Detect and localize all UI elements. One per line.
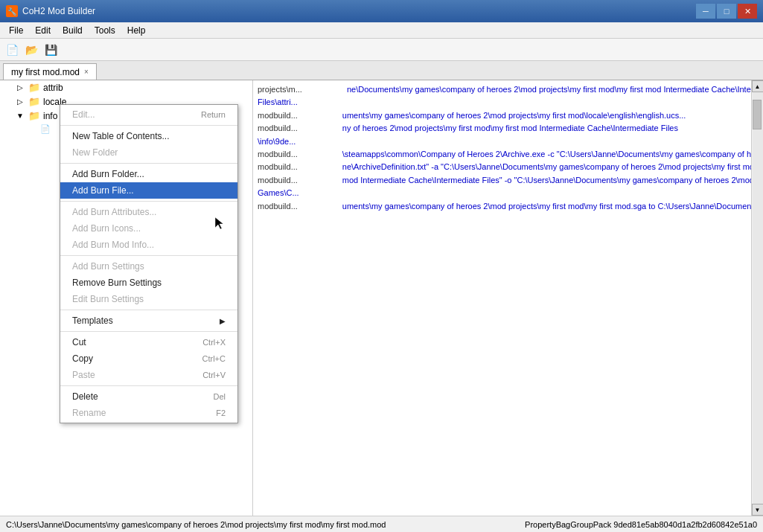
scroll-track[interactable] [753, 92, 763, 504]
tab-bar: my first mod.mod × [0, 61, 763, 80]
tree-label-attrib: attrib [43, 83, 63, 93]
ctx-add-burn-mod-info-label: Add Burn Mod Info... [72, 240, 154, 250]
menu-edit[interactable]: Edit [29, 22, 57, 38]
ctx-rename[interactable]: Rename F2 [60, 405, 237, 421]
status-bar-right: PropertyBagGroupPack 9ded81e5ab8040d1a2f… [525, 520, 757, 529]
ctx-edit-burn-settings[interactable]: Edit Burn Settings [60, 291, 237, 307]
tree-toggle-attrib: ▷ [15, 83, 25, 92]
output-line-7: modbuild...ne\ArchiveDefinition.txt" -a … [256, 161, 748, 173]
ctx-copy[interactable]: Copy Ctrl+C [60, 350, 237, 367]
status-bar: C:\Users\Janne\Documents\my games\compan… [0, 516, 763, 532]
ctx-add-burn-mod-info[interactable]: Add Burn Mod Info... [60, 237, 237, 253]
output-line-2: Files\attri... [256, 96, 748, 109]
maximize-button[interactable]: □ [717, 4, 736, 19]
ctx-paste-label: Paste [72, 370, 95, 380]
output-line-8: modbuild...mod Intermediate Cache\Interm… [256, 174, 748, 187]
tab-mod[interactable]: my first mod.mod × [3, 63, 97, 80]
ctx-edit-burn-settings-label: Edit Burn Settings [72, 294, 144, 304]
scroll-up-button[interactable]: ▲ [752, 80, 764, 92]
title-bar-controls: ─ □ ✕ [696, 4, 757, 19]
scroll-thumb[interactable] [753, 100, 762, 129]
folder-icon-attrib: 📁 [28, 82, 40, 93]
ctx-remove-burn-settings[interactable]: Remove Burn Settings [60, 275, 237, 291]
ctx-edit-shortcut: Return [201, 110, 226, 119]
ctx-sep-4 [60, 255, 237, 256]
output-line-10: modbuild...uments\my games\company of he… [256, 200, 748, 213]
output-line-4: modbuild...ny of heroes 2\mod projects\m… [256, 122, 748, 135]
ctx-add-burn-folder[interactable]: Add Burn Folder... [60, 166, 237, 182]
minimize-button[interactable]: ─ [696, 4, 715, 19]
menu-tools[interactable]: Tools [89, 22, 121, 38]
ctx-copy-shortcut: Ctrl+C [202, 354, 226, 363]
title-bar-left: 🔧 CoH2 Mod Builder [6, 5, 95, 17]
folder-icon-locale: 📁 [28, 96, 40, 107]
ctx-add-burn-folder-label: Add Burn Folder... [72, 169, 144, 179]
output-line-1: projects\m...ne\Documents\my games\compa… [256, 83, 748, 96]
ctx-add-burn-file-label: Add Burn File... [72, 185, 134, 196]
output-line-6: modbuild...\steamapps\common\Company of … [256, 148, 748, 161]
folder-icon-info: 📁 [28, 110, 40, 121]
ctx-sep-7 [60, 385, 237, 386]
ctx-cut-label: Cut [72, 337, 86, 347]
ctx-templates-label: Templates [72, 315, 113, 326]
ctx-cut[interactable]: Cut Ctrl+X [60, 334, 237, 350]
tree-toggle-info: ▼ [15, 112, 25, 120]
ctx-new-folder[interactable]: New Folder [60, 144, 237, 161]
close-button[interactable]: ✕ [738, 4, 757, 19]
ctx-rename-shortcut: F2 [216, 408, 226, 417]
ctx-add-burn-file[interactable]: Add Burn File... [60, 182, 237, 199]
tree-item-attrib[interactable]: ▷ 📁 attrib [0, 80, 252, 94]
ctx-new-toc-label: New Table of Contents... [72, 131, 170, 141]
output-line-3: modbuild...uments\my games\company of he… [256, 109, 748, 122]
ctx-add-burn-settings[interactable]: Add Burn Settings [60, 258, 237, 275]
ctx-delete[interactable]: Delete Del [60, 388, 237, 405]
ctx-add-burn-icons-label: Add Burn Icons... [72, 223, 141, 234]
vertical-scrollbar[interactable]: ▲ ▼ [751, 80, 763, 516]
output-area: projects\m...ne\Documents\my games\compa… [253, 80, 751, 516]
ctx-templates-arrow: ▶ [220, 317, 226, 325]
title-bar: 🔧 CoH2 Mod Builder ─ □ ✕ [0, 0, 763, 22]
open-button[interactable]: 📂 [22, 41, 40, 59]
ctx-add-burn-settings-label: Add Burn Settings [72, 261, 144, 272]
menu-bar: File Edit Build Tools Help [0, 22, 763, 39]
status-bar-left: C:\Users\Janne\Documents\my games\compan… [6, 520, 386, 529]
ctx-edit[interactable]: Edit... Return [60, 106, 237, 123]
ctx-new-folder-label: New Folder [72, 147, 118, 158]
menu-build[interactable]: Build [57, 22, 89, 38]
ctx-rename-label: Rename [72, 408, 106, 418]
ctx-sep-1 [60, 125, 237, 126]
ctx-paste-shortcut: Ctrl+V [202, 371, 226, 379]
ctx-delete-shortcut: Del [213, 392, 226, 401]
ctx-add-burn-attrs[interactable]: Add Burn Attributes... [60, 204, 237, 220]
tree-label-info: info [43, 111, 57, 121]
ctx-remove-burn-settings-label: Remove Burn Settings [72, 278, 162, 288]
ctx-new-toc[interactable]: New Table of Contents... [60, 128, 237, 144]
ctx-cut-shortcut: Ctrl+X [202, 338, 226, 347]
ctx-templates[interactable]: Templates ▶ [60, 313, 237, 329]
output-line-5: \info\9de... [256, 135, 748, 148]
ctx-sep-2 [60, 163, 237, 164]
ctx-add-burn-icons[interactable]: Add Burn Icons... [60, 220, 237, 237]
ctx-paste[interactable]: Paste Ctrl+V [60, 367, 237, 383]
tree-toggle-info-child [27, 125, 37, 133]
ctx-sep-3 [60, 201, 237, 202]
ctx-edit-label: Edit... [72, 109, 95, 120]
output-line-9: Games\C... [256, 187, 748, 199]
file-icon-info-child: 📄 [40, 124, 51, 134]
ctx-add-burn-attrs-label: Add Burn Attributes... [72, 207, 156, 217]
save-button[interactable]: 💾 [42, 41, 60, 59]
app-icon: 🔧 [6, 5, 18, 17]
ctx-delete-label: Delete [72, 391, 98, 402]
menu-help[interactable]: Help [121, 22, 152, 38]
ctx-sep-5 [60, 310, 237, 310]
new-file-button[interactable]: 📄 [3, 41, 21, 59]
toolbar: 📄 📂 💾 [0, 39, 763, 61]
tab-close-button[interactable]: × [84, 68, 89, 76]
tab-label: my first mod.mod [11, 67, 80, 77]
ctx-copy-label: Copy [72, 353, 93, 364]
ctx-sep-6 [60, 331, 237, 332]
context-menu: Edit... Return New Table of Contents... … [60, 104, 238, 423]
app-title: CoH2 Mod Builder [22, 6, 95, 16]
menu-file[interactable]: File [3, 22, 29, 38]
scroll-down-button[interactable]: ▼ [752, 504, 764, 516]
